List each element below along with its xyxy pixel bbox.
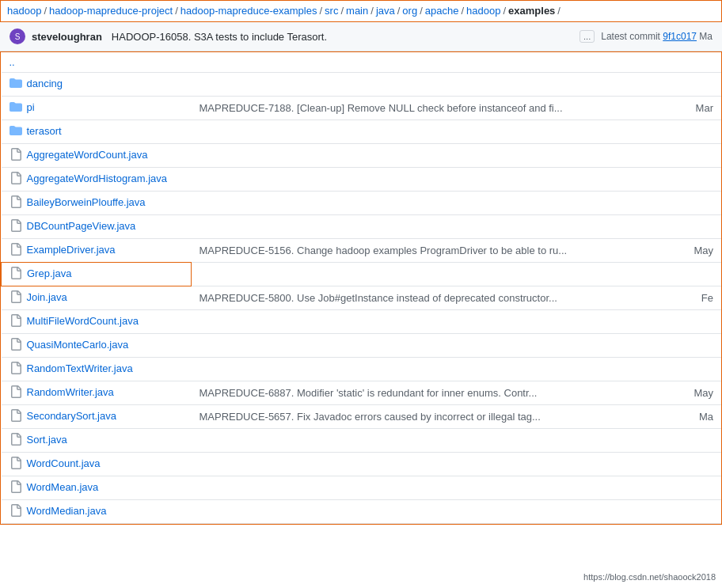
file-row-BaileyBorweinPlouffe: BaileyBorweinPlouffe.java bbox=[2, 192, 722, 215]
file-link-RandomWriter[interactable]: RandomWriter.java bbox=[27, 386, 114, 398]
folder-link-terasort[interactable]: terasort bbox=[27, 125, 62, 137]
file-table: .. dancing bbox=[1, 52, 721, 524]
file-row-RandomWriter: RandomWriter.java MAPREDUCE-6887. Modifi… bbox=[2, 381, 722, 405]
file-row-WordCount: WordCount.java bbox=[2, 453, 722, 476]
file-row-WordMean: WordMean.java bbox=[2, 476, 722, 500]
file-link-MultiFileWordCount[interactable]: MultiFileWordCount.java bbox=[27, 315, 139, 327]
file-svg bbox=[10, 480, 22, 493]
file-svg bbox=[10, 172, 22, 184]
file-link-WordCount[interactable]: WordCount.java bbox=[27, 457, 101, 469]
file-row-AggregateWordHistogram: AggregateWordHistogram.java bbox=[2, 168, 722, 192]
breadcrumb-hadoop2[interactable]: hadoop bbox=[466, 4, 500, 18]
folder-row-dancing: dancing bbox=[2, 73, 722, 97]
file-svg bbox=[10, 314, 22, 327]
file-row-Join: Join.java MAPREDUCE-5800. Use Job#getIns… bbox=[2, 286, 722, 310]
folder-pi-message: MAPREDUCE-7188. [Clean-up] Remove NULL c… bbox=[192, 97, 659, 120]
file-svg bbox=[10, 195, 22, 208]
commit-message: HADOOP-16058. S3A tests to include Teras… bbox=[112, 31, 573, 43]
file-svg bbox=[10, 148, 22, 161]
breadcrumb-apache[interactable]: apache bbox=[425, 4, 459, 18]
folder-row-terasort: terasort bbox=[2, 120, 722, 144]
file-link-ExampleDriver[interactable]: ExampleDriver.java bbox=[27, 244, 116, 256]
commit-hash-link[interactable]: 9f1c017 bbox=[663, 31, 697, 42]
parent-dir-link[interactable]: .. bbox=[10, 56, 15, 68]
file-link-Sort[interactable]: Sort.java bbox=[27, 434, 67, 446]
file-svg bbox=[10, 267, 22, 279]
file-svg bbox=[10, 362, 22, 374]
folder-svg bbox=[10, 124, 22, 137]
breadcrumb-current: examples bbox=[508, 4, 555, 18]
file-svg bbox=[10, 409, 22, 422]
parent-dir-row: .. bbox=[2, 52, 722, 73]
file-svg bbox=[10, 385, 22, 398]
file-row-SecondarySort: SecondarySort.java MAPREDUCE-5657. Fix J… bbox=[2, 405, 722, 429]
file-link-WordMean[interactable]: WordMean.java bbox=[27, 481, 99, 493]
file-link-QuasiMonteCarlo[interactable]: QuasiMonteCarlo.java bbox=[27, 339, 129, 351]
file-row-AggregateWordCount: AggregateWordCount.java bbox=[2, 144, 722, 168]
file-row-DBCountPageView: DBCountPageView.java bbox=[2, 215, 722, 239]
file-row-Grep: Grep.java bbox=[2, 263, 722, 286]
file-svg bbox=[10, 243, 22, 256]
file-svg bbox=[10, 433, 22, 446]
file-link-Grep[interactable]: Grep.java bbox=[27, 267, 71, 279]
file-row-QuasiMonteCarlo: QuasiMonteCarlo.java bbox=[2, 334, 722, 358]
file-svg bbox=[10, 290, 22, 303]
breadcrumb-hadoop[interactable]: hadoop bbox=[7, 4, 41, 18]
commit-ellipsis-button[interactable]: ... bbox=[580, 30, 595, 43]
file-link-AggregateWordHistogram[interactable]: AggregateWordHistogram.java bbox=[27, 173, 168, 184]
breadcrumb-mapreduce-project[interactable]: hadoop-mapreduce-project bbox=[49, 4, 173, 18]
file-link-DBCountPageView[interactable]: DBCountPageView.java bbox=[27, 220, 136, 232]
file-svg bbox=[10, 219, 22, 232]
file-svg bbox=[10, 504, 22, 517]
avatar: S bbox=[10, 28, 25, 44]
file-row-Sort: Sort.java bbox=[2, 429, 722, 453]
file-row-RandomTextWriter: RandomTextWriter.java bbox=[2, 358, 722, 381]
file-link-SecondarySort[interactable]: SecondarySort.java bbox=[27, 410, 116, 422]
breadcrumb-java[interactable]: java bbox=[376, 4, 395, 18]
file-row-ExampleDriver: ExampleDriver.java MAPREDUCE-5156. Chang… bbox=[2, 239, 722, 263]
commit-author[interactable]: steveloughran bbox=[32, 31, 102, 43]
folder-pi-date: Mar bbox=[658, 97, 721, 120]
files-container: .. dancing bbox=[0, 51, 722, 525]
folder-svg bbox=[10, 101, 22, 113]
file-svg bbox=[10, 338, 22, 351]
folder-link-dancing[interactable]: dancing bbox=[27, 78, 63, 89]
file-row-WordMedian: WordMedian.java bbox=[2, 500, 722, 524]
commit-latest: Latest commit 9f1c017 Ma bbox=[601, 31, 712, 42]
commit-bar: S steveloughran HADOOP-16058. S3A tests … bbox=[0, 22, 722, 51]
file-link-Join[interactable]: Join.java bbox=[27, 291, 67, 303]
watermark: https://blog.csdn.net/shaoock2018 bbox=[583, 572, 716, 582]
file-link-WordMedian[interactable]: WordMedian.java bbox=[27, 505, 107, 517]
folder-row-pi: pi MAPREDUCE-7188. [Clean-up] Remove NUL… bbox=[2, 97, 722, 120]
folder-icon-dancing: dancing bbox=[10, 77, 63, 89]
folder-link-pi[interactable]: pi bbox=[27, 101, 35, 113]
file-link-AggregateWordCount[interactable]: AggregateWordCount.java bbox=[27, 149, 148, 161]
breadcrumb-org[interactable]: org bbox=[402, 4, 417, 18]
file-link-BaileyBorweinPlouffe[interactable]: BaileyBorweinPlouffe.java bbox=[27, 196, 146, 208]
breadcrumb-main[interactable]: main bbox=[346, 4, 368, 18]
parent-dir-cell[interactable]: .. bbox=[2, 52, 192, 73]
breadcrumb-mapreduce-examples[interactable]: hadoop-mapreduce-examples bbox=[180, 4, 317, 18]
folder-svg bbox=[10, 77, 22, 89]
breadcrumb: hadoop / hadoop-mapreduce-project / hado… bbox=[0, 0, 722, 22]
file-link-RandomTextWriter[interactable]: RandomTextWriter.java bbox=[27, 362, 133, 374]
breadcrumb-src[interactable]: src bbox=[325, 4, 338, 18]
file-row-MultiFileWordCount: MultiFileWordCount.java bbox=[2, 310, 722, 334]
file-svg bbox=[10, 457, 22, 469]
